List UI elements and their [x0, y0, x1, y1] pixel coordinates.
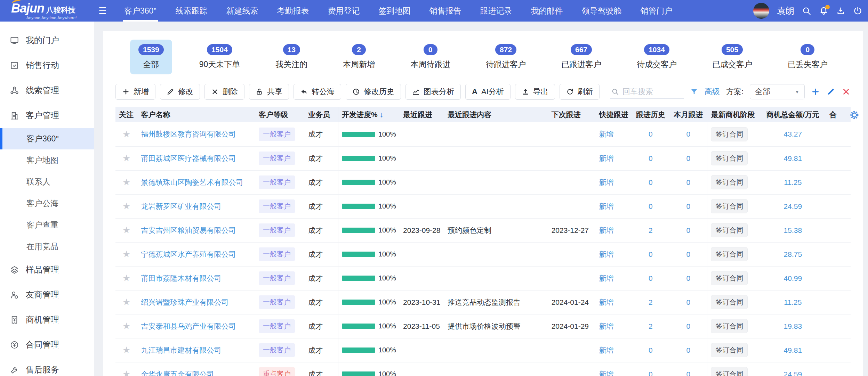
- edit-history-button[interactable]: 修改历史: [346, 84, 401, 100]
- top-nav-item[interactable]: 考勤报表: [268, 0, 319, 22]
- sidebar-item-opportunity-management[interactable]: 商机管理: [0, 307, 94, 332]
- stat-card[interactable]: 1034 待成交客户: [628, 40, 685, 74]
- search-box[interactable]: [610, 85, 684, 99]
- sidebar-item-customer-management[interactable]: 客户管理: [0, 103, 94, 128]
- stat-card[interactable]: 2 本周新增: [335, 40, 383, 74]
- chart-analysis-button[interactable]: 图表分析: [405, 84, 461, 100]
- delete-button[interactable]: 删除: [204, 84, 244, 100]
- add-plan-button[interactable]: [811, 87, 820, 96]
- quick-followup-add-link[interactable]: 新增: [599, 154, 614, 162]
- favorite-star-icon[interactable]: ★: [119, 369, 134, 376]
- followup-history-count-link[interactable]: 2: [649, 298, 653, 306]
- total-amount-cell[interactable]: 11.25: [760, 170, 826, 194]
- notifications-bell-icon[interactable]: [819, 6, 828, 16]
- month-followup-count-link[interactable]: 0: [686, 178, 690, 186]
- month-followup-count-link[interactable]: 0: [686, 370, 690, 376]
- stat-card[interactable]: 0 已丢失客户: [779, 40, 836, 74]
- month-followup-count-link[interactable]: 0: [686, 322, 690, 330]
- stat-card[interactable]: 667 已跟进客户: [553, 40, 610, 74]
- top-nav-item[interactable]: 领导驾驶舱: [572, 0, 631, 22]
- quick-followup-add-link[interactable]: 新增: [599, 298, 614, 306]
- month-followup-count-link[interactable]: 0: [686, 298, 690, 306]
- month-followup-count-link[interactable]: 0: [686, 130, 690, 138]
- sidebar-item-my-portal[interactable]: 我的门户: [0, 28, 94, 53]
- stat-card[interactable]: 505 已成交客户: [704, 40, 761, 74]
- top-nav-item[interactable]: 签到地图: [369, 0, 420, 22]
- customer-name-link[interactable]: 景德镇珠山区陶瓷艺术有限公司: [141, 178, 243, 186]
- col-header-total-amount[interactable]: 商机总金额/万元: [760, 107, 826, 122]
- plan-select[interactable]: 全部 ▼: [750, 84, 805, 99]
- followup-history-count-link[interactable]: 0: [649, 202, 653, 210]
- search-input[interactable]: [622, 87, 678, 96]
- search-icon[interactable]: [802, 6, 811, 16]
- customer-name-link[interactable]: 莆田荔城区医疗器械有限公司: [141, 154, 236, 162]
- sidebar-subitem-contacts[interactable]: 联系人: [0, 171, 94, 193]
- quick-followup-add-link[interactable]: 新增: [599, 202, 614, 210]
- total-amount-cell[interactable]: 24.59: [760, 362, 826, 376]
- customer-name-link[interactable]: 金华永康五金有限公司: [141, 370, 214, 376]
- month-followup-count-link[interactable]: 0: [686, 202, 690, 210]
- followup-history-count-link[interactable]: 2: [649, 226, 653, 234]
- edit-button[interactable]: 修改: [160, 84, 200, 100]
- col-header-progress[interactable]: 开发进度%↓: [338, 107, 400, 122]
- sidebar-subitem-duplicate-check[interactable]: 客户查重: [0, 214, 94, 236]
- total-amount-cell[interactable]: 43.27: [760, 122, 826, 146]
- favorite-star-icon[interactable]: ★: [119, 321, 134, 332]
- quick-followup-add-link[interactable]: 新增: [599, 178, 614, 186]
- total-amount-cell[interactable]: 11.25: [760, 290, 826, 314]
- month-followup-count-link[interactable]: 0: [686, 154, 690, 162]
- share-button[interactable]: 共享: [249, 84, 289, 100]
- favorite-star-icon[interactable]: ★: [119, 345, 134, 355]
- sidebar-item-partner-management[interactable]: 友商管理: [0, 282, 94, 307]
- total-amount-cell[interactable]: 19.83: [760, 314, 826, 338]
- stat-card[interactable]: 1504 90天未下单: [191, 40, 249, 74]
- sidebar-subitem-customer-map[interactable]: 客户地图: [0, 149, 94, 171]
- user-avatar[interactable]: [753, 3, 769, 19]
- favorite-star-icon[interactable]: ★: [119, 201, 134, 212]
- col-header-customer-name[interactable]: 客户名称: [138, 107, 255, 122]
- quick-followup-add-link[interactable]: 新增: [599, 370, 614, 376]
- col-header-quick-followup[interactable]: 快捷跟进: [596, 107, 632, 122]
- followup-history-count-link[interactable]: 2: [649, 322, 653, 330]
- col-header-followup-history[interactable]: 跟进历史: [632, 107, 670, 122]
- ai-analysis-button[interactable]: A AI分析: [465, 84, 511, 100]
- top-nav-item[interactable]: 费用登记: [319, 0, 369, 22]
- add-button[interactable]: 新增: [115, 84, 155, 100]
- sidebar-item-sample-management[interactable]: 样品管理: [0, 257, 94, 282]
- total-amount-cell[interactable]: 49.81: [760, 338, 826, 362]
- favorite-star-icon[interactable]: ★: [119, 177, 134, 188]
- total-amount-cell[interactable]: 28.75: [760, 242, 826, 266]
- col-header-salesperson[interactable]: 业务员: [305, 107, 338, 122]
- month-followup-count-link[interactable]: 0: [686, 250, 690, 258]
- download-icon[interactable]: [836, 6, 845, 16]
- stat-card[interactable]: 1539 全部: [130, 40, 172, 74]
- total-amount-cell[interactable]: 40.99: [760, 266, 826, 290]
- total-amount-cell[interactable]: 15.38: [760, 218, 826, 242]
- followup-history-count-link[interactable]: 0: [649, 274, 653, 282]
- followup-history-count-link[interactable]: 0: [649, 346, 653, 354]
- stat-card[interactable]: 13 我关注的: [267, 40, 316, 74]
- advanced-filter-link[interactable]: 高级: [705, 87, 720, 97]
- followup-history-count-link[interactable]: 0: [649, 178, 653, 186]
- stat-card[interactable]: 0 本周待跟进: [402, 40, 459, 74]
- col-header-last-followup[interactable]: 最近跟进: [400, 107, 444, 122]
- delete-plan-button[interactable]: [842, 87, 851, 96]
- quick-followup-add-link[interactable]: 新增: [599, 346, 614, 354]
- customer-name-link[interactable]: 吉安吉州区粮油贸易有限公司: [141, 226, 236, 234]
- move-to-pool-button[interactable]: 转公海: [294, 84, 341, 100]
- top-nav-item[interactable]: 线索跟踪: [166, 0, 217, 22]
- top-nav-item[interactable]: 我的邮件: [522, 0, 572, 22]
- customer-name-link[interactable]: 宁德蕉城区水产养殖有限公司: [141, 250, 236, 258]
- favorite-star-icon[interactable]: ★: [119, 297, 134, 308]
- followup-history-count-link[interactable]: 0: [649, 250, 653, 258]
- stat-card[interactable]: 872 待跟进客户: [477, 40, 534, 74]
- filter-funnel-icon[interactable]: [690, 88, 698, 96]
- customer-name-link[interactable]: 莆田市荔隆木材有限公司: [141, 274, 222, 282]
- sidebar-subitem-competitors-in-use[interactable]: 在用竞品: [0, 236, 94, 257]
- sidebar-item-sales-action[interactable]: 销售行动: [0, 53, 94, 78]
- edit-plan-button[interactable]: [826, 87, 835, 96]
- favorite-star-icon[interactable]: ★: [119, 225, 134, 236]
- quick-followup-add-link[interactable]: 新增: [599, 226, 614, 234]
- col-header-last-followup-content[interactable]: 最近跟进内容: [444, 107, 548, 122]
- quick-followup-add-link[interactable]: 新增: [599, 130, 614, 138]
